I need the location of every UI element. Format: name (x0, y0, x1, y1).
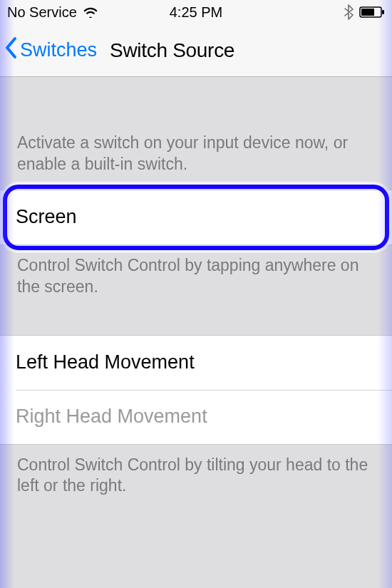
section1-header: Activate a switch on your input device n… (0, 77, 392, 190)
content: Activate a switch on your input device n… (0, 77, 392, 507)
nav-bar: Switches Switch Source (0, 24, 392, 77)
status-bar: No Service 4:25 PM (0, 0, 392, 24)
cell-right-label: Right Head Movement (16, 406, 207, 428)
svg-rect-1 (361, 9, 374, 16)
chevron-left-icon (4, 36, 19, 65)
back-button[interactable]: Switches (0, 36, 97, 65)
section2-group: Left Head Movement Right Head Movement (0, 335, 392, 445)
cell-right-head-movement[interactable]: Right Head Movement (0, 390, 392, 444)
cell-left-label: Left Head Movement (16, 351, 195, 373)
section2-footer: Control Switch Control by tilting your h… (0, 445, 392, 507)
wifi-icon (83, 6, 98, 18)
carrier-label: No Service (7, 4, 77, 21)
cell-left-head-movement[interactable]: Left Head Movement (0, 336, 392, 390)
section1-group: Screen (0, 190, 392, 245)
section1-footer: Control Switch Control by tapping anywhe… (0, 245, 392, 308)
svg-rect-2 (382, 10, 384, 14)
page-title: Switch Source (110, 39, 234, 62)
battery-icon (359, 6, 385, 18)
cell-screen-label: Screen (16, 206, 77, 228)
bluetooth-icon (344, 4, 354, 20)
cell-screen[interactable]: Screen (0, 190, 392, 244)
back-label: Switches (20, 39, 97, 61)
